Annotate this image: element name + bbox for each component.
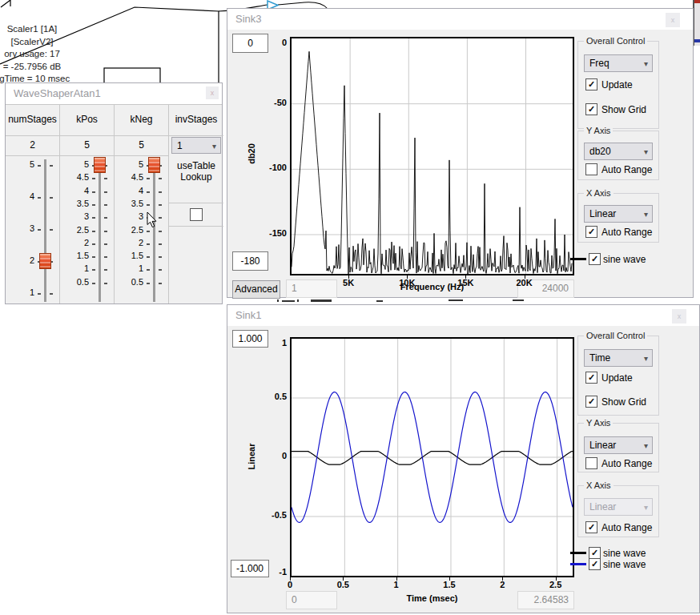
column-header: kNeg xyxy=(115,104,168,136)
chevron-down-icon: ▾ xyxy=(644,500,648,516)
sink1-legend-checkbox-2[interactable]: ✓ xyxy=(589,558,601,570)
slider-handle[interactable] xyxy=(148,157,160,173)
module-info-line: ory usage: 17 xyxy=(0,48,96,61)
chevron-down-icon: ▾ xyxy=(644,207,648,223)
chevron-down-icon: ▾ xyxy=(644,56,648,72)
sink3-yaxis-dropdown-value: db20 xyxy=(589,146,611,157)
slider-tick-label: 1.5 xyxy=(115,251,143,260)
slider-tick-mark xyxy=(92,191,95,193)
sink3-plot-area[interactable] xyxy=(290,37,574,275)
chevron-down-icon: ▾ xyxy=(644,144,648,160)
column-header: numStages xyxy=(6,104,59,136)
slider-tick-mark xyxy=(104,269,107,271)
x-tick-label: 5K xyxy=(332,278,364,287)
x-tick-label: 2 xyxy=(488,580,517,589)
slider-tick-mark xyxy=(159,191,162,193)
y-tick-label: -150 xyxy=(258,228,287,238)
slider-tick-label: 0.5 xyxy=(115,277,143,287)
sink1-overall-dropdown-value: Time xyxy=(589,352,610,364)
chevron-down-icon: ▾ xyxy=(212,139,216,155)
sink3-showgrid-checkbox[interactable]: ✓ xyxy=(585,103,597,115)
sink3-overall-dropdown-value: Freq xyxy=(589,58,609,69)
slider-tick-mark xyxy=(38,165,41,167)
slider-track[interactable] xyxy=(153,159,155,302)
usetable-lookup-label: useTable Lookup xyxy=(169,155,223,203)
sink1-title: Sink1 xyxy=(235,309,262,321)
x-tick-mark xyxy=(556,577,557,581)
slider-tick-label: 2.5 xyxy=(115,225,143,235)
slider-tick-label: 2 xyxy=(60,238,89,247)
slider-tick-mark xyxy=(104,243,107,245)
slider-handle[interactable] xyxy=(94,157,106,173)
sink3-titlebar[interactable]: Sink3 x xyxy=(227,9,693,30)
sink1-x-autorange-checkbox[interactable]: ✓ xyxy=(585,521,597,533)
sink3-title: Sink3 xyxy=(235,13,262,25)
sink1-x-autorange-label: Auto Range xyxy=(601,522,652,533)
sink1-plot-area[interactable] xyxy=(290,337,574,577)
close-icon[interactable]: x xyxy=(666,13,680,27)
kneg-slider[interactable]: 54.543.532.521.510.5 xyxy=(115,155,168,303)
slider-tick-mark xyxy=(147,269,150,271)
sink3-ymin-box[interactable]: -180 xyxy=(232,251,268,271)
y-tick-label: -1 xyxy=(258,567,287,577)
sink3-update-checkbox[interactable]: ✓ xyxy=(585,78,597,90)
slider-tick-mark xyxy=(92,178,95,179)
sink3-overall-dropdown[interactable]: Freq ▾ xyxy=(584,54,653,72)
sink1-xmax-box[interactable]: 2.64583 xyxy=(517,591,574,609)
legend-line-swatch xyxy=(570,563,586,565)
sink3-xaxis-dropdown[interactable]: Linear ▾ xyxy=(584,205,653,223)
sink3-update-row: ✓ Update xyxy=(585,78,633,90)
column-value: 5 xyxy=(115,135,168,156)
column-numstages: numStages 2 54321 xyxy=(6,104,60,303)
invstages-dropdown[interactable]: 1 ▾ xyxy=(171,137,221,154)
usetable-lookup-cell xyxy=(169,203,223,227)
slider-tick-label: 4.5 xyxy=(60,172,89,182)
x-tick-mark xyxy=(343,577,344,581)
x-tick-mark xyxy=(525,275,525,279)
sink1-yaxis-dropdown[interactable]: Linear ▾ xyxy=(584,436,653,454)
sink3-y-autorange-checkbox[interactable] xyxy=(585,163,597,175)
sink1-titlebar[interactable]: Sink1 x xyxy=(227,305,699,326)
x-tick-mark xyxy=(396,577,397,581)
kpos-slider[interactable]: 54.543.532.521.510.5 xyxy=(60,155,114,303)
waveshaper-title: WaveShaperAtan1 xyxy=(14,87,101,99)
advanced-button[interactable]: Advanced xyxy=(232,280,280,299)
slider-tick-mark xyxy=(104,178,107,179)
sink1-yaxis-dropdown-value: Linear xyxy=(589,440,616,451)
sink1-y-autorange-row: Auto Range xyxy=(585,457,652,469)
sink3-yaxis-title: db20 xyxy=(247,130,256,178)
sink3-legend-checkbox[interactable]: ✓ xyxy=(589,253,601,265)
sink1-overall-dropdown[interactable]: Time ▾ xyxy=(584,349,653,367)
sink1-showgrid-checkbox[interactable]: ✓ xyxy=(585,396,597,408)
group-label: Overall Control xyxy=(584,331,647,340)
wire-tip xyxy=(1,0,10,7)
x-tick-mark xyxy=(290,577,291,581)
waveshaper-titlebar[interactable]: WaveShaperAtan1 x xyxy=(6,83,222,104)
slider-tick-label: 3 xyxy=(60,211,89,221)
sink1-update-checkbox[interactable]: ✓ xyxy=(585,372,597,384)
module-info-text: Scaler1 [1A] [ScalerV2] ory usage: 17 = … xyxy=(0,23,96,86)
sink1-legend-checkbox-1[interactable]: ✓ xyxy=(589,547,601,559)
usetable-lookup-checkbox[interactable] xyxy=(190,208,203,221)
slider-handle[interactable] xyxy=(39,253,51,269)
slider-tick-mark xyxy=(92,204,95,206)
x-tick-label: 0.5 xyxy=(328,580,357,589)
slider-tick-label: 4 xyxy=(60,186,89,195)
slider-tick-mark xyxy=(92,231,95,232)
sink3-legend-row: ✓ sine wave xyxy=(570,253,646,265)
slider-track[interactable] xyxy=(99,159,101,302)
slider-tick-mark xyxy=(104,217,107,219)
sink1-y-autorange-checkbox[interactable] xyxy=(585,457,597,469)
close-icon[interactable]: x xyxy=(672,309,686,324)
close-icon[interactable]: x xyxy=(206,86,219,99)
slider-track[interactable] xyxy=(44,159,46,302)
slider-tick-mark xyxy=(147,191,150,193)
slider-tick-label: 3.5 xyxy=(115,199,143,208)
chevron-down-icon: ▾ xyxy=(644,438,648,454)
sink3-yaxis-dropdown[interactable]: db20 ▾ xyxy=(584,143,653,160)
numstages-slider[interactable]: 54321 xyxy=(6,155,59,303)
slider-tick-label: 1 xyxy=(115,263,143,273)
slider-tick-mark xyxy=(92,243,95,245)
sink1-showgrid-label: Show Grid xyxy=(601,396,646,408)
sink3-x-autorange-checkbox[interactable]: ✓ xyxy=(585,226,597,238)
